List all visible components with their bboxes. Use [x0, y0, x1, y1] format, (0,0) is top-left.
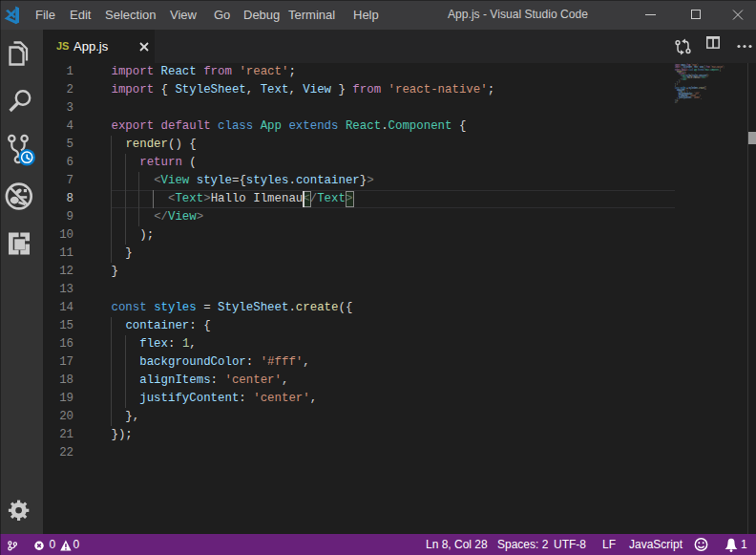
svg-text::: : — [687, 94, 688, 97]
svg-text:export: export — [675, 68, 681, 72]
svg-text:justifyContent: justifyContent — [679, 96, 692, 99]
svg-text:}: } — [707, 74, 708, 77]
svg-text:'#fff': '#fff' — [694, 92, 700, 96]
svg-text:,: , — [692, 65, 693, 69]
svg-text:extends: extends — [698, 68, 704, 72]
svg-text:'react-native': 'react-native' — [710, 65, 724, 69]
svg-text:,: , — [701, 96, 702, 99]
svg-text:container: container — [677, 88, 685, 92]
svg-text:'react': 'react' — [691, 63, 698, 67]
svg-text:styles: styles — [692, 74, 698, 77]
svg-text:.: . — [709, 68, 710, 72]
svg-text:from: from — [686, 63, 690, 67]
svg-text:from: from — [706, 65, 710, 69]
svg-text:}: } — [675, 83, 676, 87]
svg-text:,: , — [700, 92, 701, 96]
svg-text:;: ; — [724, 65, 724, 69]
svg-text:Text: Text — [683, 75, 687, 79]
svg-text:</: </ — [700, 75, 702, 79]
svg-text:View: View — [700, 65, 704, 69]
svg-text:Text: Text — [702, 75, 705, 79]
svg-text:}: } — [677, 81, 678, 85]
svg-text:});: }); — [675, 99, 678, 103]
svg-text:1: 1 — [684, 90, 685, 94]
svg-text:<: < — [682, 75, 683, 79]
svg-text:View: View — [682, 77, 686, 81]
svg-text:class: class — [688, 68, 693, 72]
svg-text:>: > — [708, 74, 709, 77]
svg-text:>: > — [686, 77, 687, 81]
svg-text:create: create — [699, 86, 704, 90]
svg-text:},: }, — [677, 97, 679, 101]
svg-text:{: { — [682, 65, 682, 69]
svg-text:() {: () { — [682, 70, 686, 74]
svg-text:Component: Component — [710, 68, 719, 72]
svg-text:StyleSheet: StyleSheet — [683, 65, 693, 69]
svg-text:React: React — [682, 63, 686, 67]
svg-text:import: import — [675, 63, 681, 67]
svg-text:,: , — [698, 65, 699, 69]
svg-text::: : — [691, 96, 692, 99]
svg-text:'center': 'center' — [689, 94, 697, 97]
svg-text:>: > — [686, 75, 687, 79]
svg-text:);: ); — [679, 79, 681, 83]
svg-text:.: . — [698, 86, 699, 90]
svg-text:backgroundColor: backgroundColor — [679, 92, 692, 96]
svg-text:return: return — [679, 72, 684, 75]
svg-text:StyleSheet: StyleSheet — [688, 86, 698, 90]
svg-text:</: </ — [681, 77, 682, 81]
svg-text:({: ({ — [704, 86, 706, 90]
svg-text:{: { — [691, 74, 692, 77]
svg-text:container: container — [699, 74, 707, 77]
svg-text:Text: Text — [694, 65, 698, 69]
svg-text:<: < — [681, 74, 682, 77]
svg-text::: : — [692, 92, 693, 96]
svg-text:render: render — [677, 70, 682, 74]
svg-text:import: import — [675, 65, 681, 69]
svg-text:styles: styles — [681, 86, 686, 90]
svg-text:default: default — [682, 68, 688, 72]
svg-text:flex: flex — [679, 90, 682, 94]
svg-text:const: const — [675, 86, 680, 90]
svg-text:>: > — [705, 75, 706, 79]
svg-text:Hallo Ilmenau: Hallo Ilmenau — [687, 75, 700, 79]
svg-text:'center': 'center' — [693, 96, 701, 99]
svg-text:=: = — [686, 86, 687, 90]
svg-text:(: ( — [685, 72, 686, 75]
svg-text:{: { — [720, 68, 721, 72]
svg-text:App: App — [694, 68, 697, 72]
svg-text:React: React — [705, 68, 710, 72]
svg-text:;: ; — [698, 63, 699, 67]
svg-text:.: . — [698, 74, 699, 77]
svg-text:: {: : { — [685, 88, 688, 92]
svg-text:alignItems: alignItems — [679, 94, 688, 97]
svg-text::: : — [682, 90, 683, 94]
svg-text:=: = — [690, 74, 691, 77]
svg-text:style: style — [686, 74, 691, 77]
svg-text:,: , — [685, 90, 686, 94]
svg-text:View: View — [682, 74, 685, 77]
svg-text:,: , — [697, 94, 698, 97]
svg-text:}: } — [704, 65, 705, 69]
